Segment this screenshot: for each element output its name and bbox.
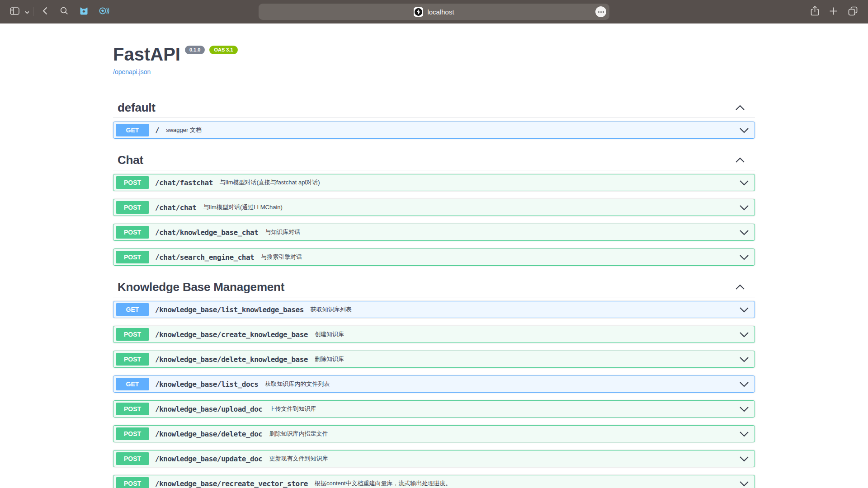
- method-badge: POST: [116, 477, 149, 488]
- chevron-down-icon[interactable]: [739, 205, 749, 211]
- extension-bookmark-button[interactable]: [75, 4, 92, 20]
- chevron-down-icon[interactable]: [739, 456, 749, 462]
- chevron-down-icon[interactable]: [739, 127, 749, 133]
- extension-broadcast-button[interactable]: [95, 4, 113, 20]
- chevron-down-icon[interactable]: [739, 307, 749, 313]
- endpoint-row[interactable]: POST /chat/chat 与llm模型对话(通过LLMChain): [113, 199, 755, 216]
- endpoint-summary: 更新现有文件到知识库: [269, 455, 328, 463]
- toolbar-divider: [33, 7, 33, 16]
- version-badge: 0.1.0: [185, 46, 205, 54]
- chevron-down-icon[interactable]: [739, 180, 749, 186]
- chevron-down-icon[interactable]: [739, 254, 749, 260]
- chevron-down-icon[interactable]: [739, 332, 749, 338]
- sidebar-toggle-button[interactable]: [6, 4, 23, 20]
- broadcast-extension-icon: [99, 6, 109, 17]
- tab-overview-button[interactable]: [848, 6, 858, 18]
- endpoint-path: /knowledge_base/delete_knowledge_base: [155, 355, 308, 364]
- section-title: default: [118, 101, 156, 114]
- chevron-down-icon: [25, 8, 29, 16]
- endpoint-summary: 获取知识库内的文件列表: [265, 380, 330, 388]
- endpoint-path: /knowledge_base/list_docs: [155, 380, 258, 389]
- api-section: Chat POST /chat/fastchat 与llm模型对话(直接与fas…: [113, 146, 755, 266]
- section-header[interactable]: Knowledge Base Management: [113, 281, 755, 297]
- method-badge: POST: [116, 226, 149, 239]
- endpoint-path: /chat/knowledge_base_chat: [155, 228, 258, 237]
- method-badge: POST: [116, 201, 149, 214]
- endpoint-summary: 根据content中文档重建向量库，流式输出处理进度。: [315, 479, 452, 488]
- endpoint-row[interactable]: POST /knowledge_base/create_knowledge_ba…: [113, 326, 755, 343]
- page-title: FastAPI 0.1.0 OAS 3.1: [113, 44, 755, 64]
- openapi-json-link[interactable]: /openapi.json: [113, 68, 151, 75]
- endpoint-row[interactable]: POST /chat/search_engine_chat 与搜索引擎对话: [113, 249, 755, 266]
- endpoint-summary: 删除知识库: [315, 355, 344, 363]
- section-title: Chat: [118, 154, 143, 166]
- search-icon: [60, 7, 68, 17]
- share-button[interactable]: [811, 5, 819, 18]
- endpoint-summary: 与llm模型对话(通过LLMChain): [203, 203, 283, 211]
- chevron-down-icon[interactable]: [739, 406, 749, 412]
- endpoint-row[interactable]: POST /knowledge_base/delete_doc 删除知识库内指定…: [113, 425, 755, 442]
- chevron-up-icon[interactable]: [735, 157, 745, 163]
- chevron-down-icon[interactable]: [739, 357, 749, 362]
- section-header[interactable]: default: [113, 101, 755, 118]
- endpoint-path: /knowledge_base/create_knowledge_base: [155, 330, 308, 339]
- new-tab-button[interactable]: [829, 7, 838, 17]
- endpoint-row[interactable]: POST /chat/knowledge_base_chat 与知识库对话: [113, 224, 755, 241]
- endpoint-path: /knowledge_base/delete_doc: [155, 430, 262, 438]
- endpoint-row[interactable]: POST /knowledge_base/upload_doc 上传文件到知识库: [113, 400, 755, 418]
- endpoint-row[interactable]: POST /knowledge_base/update_doc 更新现有文件到知…: [113, 450, 755, 467]
- chevron-down-icon[interactable]: [739, 230, 749, 235]
- endpoint-summary: swagger 文档: [166, 126, 202, 134]
- swagger-page: FastAPI 0.1.0 OAS 3.1 /openapi.json defa…: [0, 23, 868, 488]
- endpoint-path: /chat/fastchat: [155, 178, 213, 187]
- chevron-down-icon[interactable]: [739, 481, 749, 487]
- method-badge: POST: [116, 452, 149, 465]
- chevron-left-icon: [42, 7, 47, 17]
- endpoint-path: /chat/chat: [155, 203, 196, 212]
- sidebar-menu-button[interactable]: [23, 4, 31, 20]
- method-badge: POST: [116, 251, 149, 263]
- endpoint-summary: 删除知识库内指定文件: [269, 430, 328, 438]
- method-badge: GET: [116, 378, 149, 390]
- endpoint-row[interactable]: GET /knowledge_base/list_docs 获取知识库内的文件列…: [113, 375, 755, 393]
- endpoint-row[interactable]: GET / swagger 文档: [113, 122, 755, 139]
- method-badge: POST: [116, 353, 149, 366]
- endpoint-row[interactable]: POST /knowledge_base/delete_knowledge_ba…: [113, 351, 755, 368]
- chevron-up-icon[interactable]: [735, 284, 745, 290]
- address-bar[interactable]: localhost: [259, 4, 609, 20]
- chevron-up-icon[interactable]: [735, 105, 745, 111]
- page-settings-button[interactable]: [595, 6, 606, 17]
- method-badge: POST: [116, 403, 149, 415]
- api-title-text: FastAPI: [113, 44, 180, 64]
- section-title: Knowledge Base Management: [118, 281, 284, 293]
- endpoint-summary: 与llm模型对话(直接与fastchat api对话): [220, 178, 320, 187]
- sections: default GET / swagger 文档 Chat: [113, 101, 755, 488]
- method-badge: POST: [116, 176, 149, 189]
- endpoint-row[interactable]: POST /chat/fastchat 与llm模型对话(直接与fastchat…: [113, 174, 755, 191]
- endpoint-row[interactable]: POST /knowledge_base/recreate_vector_sto…: [113, 475, 755, 488]
- api-section: default GET / swagger 文档: [113, 101, 755, 139]
- api-info: FastAPI 0.1.0 OAS 3.1 /openapi.json: [113, 44, 755, 76]
- search-button[interactable]: [57, 4, 72, 20]
- endpoint-row[interactable]: GET /knowledge_base/list_knowledge_bases…: [113, 301, 755, 318]
- chevron-down-icon[interactable]: [739, 381, 749, 387]
- oas-badge: OAS 3.1: [209, 46, 237, 54]
- browser-toolbar: localhost: [0, 0, 868, 23]
- back-button[interactable]: [39, 4, 51, 20]
- api-section: Knowledge Base Management GET /knowledge…: [113, 273, 755, 488]
- chevron-down-icon[interactable]: [739, 431, 749, 437]
- method-badge: GET: [116, 124, 149, 136]
- bookmark-extension-icon: [79, 6, 89, 18]
- sidebar-icon: [10, 7, 19, 17]
- endpoint-summary: 上传文件到知识库: [269, 405, 316, 413]
- method-badge: GET: [116, 303, 149, 316]
- method-badge: POST: [116, 427, 149, 440]
- endpoint-summary: 与搜索引擎对话: [261, 253, 302, 261]
- endpoint-summary: 与知识库对话: [265, 228, 300, 236]
- endpoint-summary: 获取知识库列表: [311, 305, 352, 314]
- endpoint-summary: 创建知识库: [315, 330, 344, 338]
- endpoint-path: /knowledge_base/recreate_vector_store: [155, 479, 308, 488]
- section-header[interactable]: Chat: [113, 154, 755, 170]
- method-badge: POST: [116, 328, 149, 341]
- endpoint-path: /: [155, 126, 159, 135]
